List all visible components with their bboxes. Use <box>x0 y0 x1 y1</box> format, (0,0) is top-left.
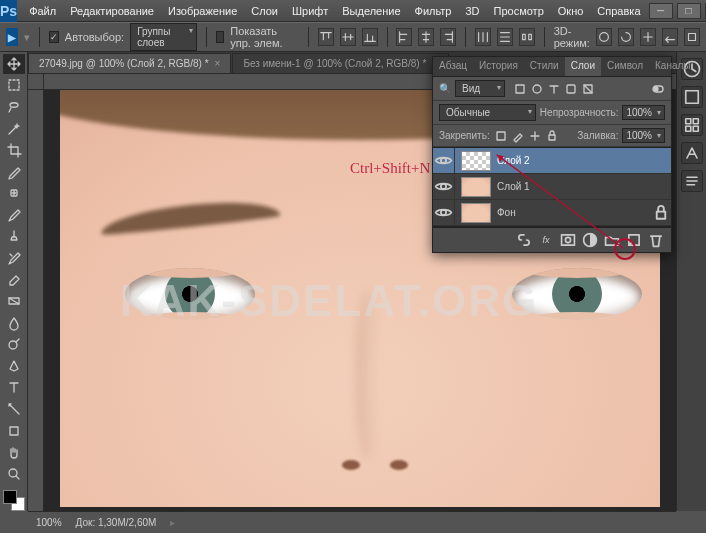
svg-line-32 <box>497 155 623 248</box>
annotation-circle <box>614 238 636 260</box>
docinfo-label: Док: <box>76 517 96 528</box>
zoom-level[interactable]: 100% <box>36 517 62 528</box>
docinfo-value: 1,30M/2,60M <box>98 517 156 528</box>
status-bar: 100% Док: 1,30M/2,60M ▸ <box>28 511 676 533</box>
status-menu-icon[interactable]: ▸ <box>170 517 175 528</box>
annotation-arrow <box>0 0 706 533</box>
